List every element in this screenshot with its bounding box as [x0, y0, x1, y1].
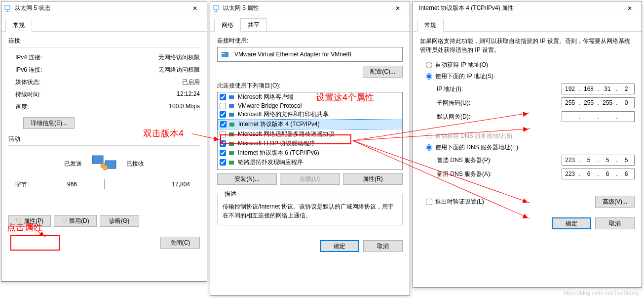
octet[interactable] — [581, 85, 597, 93]
status-dialog: 以太网 5 状态 ✕ 常规 连接 IPv4 连接:无网络访问权限 IPv6 连接… — [1, 1, 207, 282]
octet[interactable] — [618, 170, 634, 178]
dns1-label: 首选 DNS 服务器(P): — [437, 156, 562, 165]
item-label: 链路层拓扑发现响应程序 — [238, 158, 303, 167]
component-icon — [228, 94, 236, 101]
advanced-button[interactable]: 高级(V)... — [595, 196, 635, 208]
close-icon[interactable]: ✕ — [620, 1, 640, 15]
bytes-label: 字节: — [8, 180, 29, 189]
dns2-field[interactable]: ... — [562, 169, 635, 179]
octet[interactable] — [600, 170, 615, 178]
component-icon — [228, 111, 236, 118]
radio-auto-ip[interactable] — [426, 62, 432, 68]
octet[interactable] — [562, 170, 578, 178]
mask-field[interactable]: ... — [562, 97, 635, 108]
octet[interactable] — [618, 113, 634, 121]
component-icon — [228, 159, 236, 166]
svg-rect-11 — [223, 53, 225, 54]
octet[interactable] — [600, 99, 615, 107]
octet[interactable] — [581, 156, 597, 164]
speed-value: 100.0 Mbps — [169, 103, 200, 111]
titlebar: Internet 协议版本 4 (TCP/IPv4) 属性 ✕ — [413, 1, 642, 15]
properties-button[interactable]: 🛡属性(P) — [8, 215, 51, 227]
svg-rect-19 — [229, 161, 234, 165]
install-button[interactable]: 安装(N)... — [217, 173, 277, 185]
component-icon — [228, 121, 236, 128]
speed-label: 速度: — [15, 103, 29, 111]
tab-sharing[interactable]: 共享 — [240, 18, 267, 31]
adapter-box: VMware Virtual Ethernet Adapter for VMne… — [217, 47, 403, 62]
ok-button[interactable]: 确定 — [552, 217, 591, 229]
tab-general[interactable]: 常规 — [417, 19, 444, 32]
ok-button[interactable]: 确定 — [320, 240, 359, 252]
item-properties-button[interactable]: 属性(R) — [343, 173, 403, 185]
description-legend: 描述 — [223, 190, 238, 198]
close-icon[interactable]: ✕ — [185, 1, 205, 15]
uninstall-button[interactable]: 卸载(U) — [280, 173, 340, 185]
svg-rect-7 — [214, 5, 219, 9]
list-item[interactable]: Microsoft 网络适配器多路传送器协议 — [218, 129, 402, 139]
list-item[interactable]: Microsoft 网络的文件和打印机共享 — [218, 110, 402, 119]
item-checkbox[interactable] — [220, 150, 226, 156]
item-checkbox[interactable] — [220, 111, 226, 118]
list-item[interactable]: Internet 协议版本 4 (TCP/IPv4) — [218, 119, 402, 129]
item-checkbox[interactable] — [220, 94, 226, 100]
octet[interactable] — [562, 156, 578, 164]
octet[interactable] — [600, 85, 615, 93]
radio-manual-ip[interactable] — [426, 73, 432, 80]
configure-button[interactable]: 配置(C)... — [363, 66, 403, 78]
dns1-field[interactable]: ... — [562, 155, 635, 166]
item-checkbox[interactable] — [220, 131, 226, 137]
list-item[interactable]: VMware Bridge Protocol — [218, 102, 402, 110]
item-checkbox[interactable] — [220, 121, 227, 128]
cancel-button[interactable]: 取消 — [595, 217, 635, 229]
octet[interactable] — [618, 99, 634, 107]
section-connection: 连接 — [8, 37, 200, 45]
svg-point-6 — [103, 165, 108, 170]
recv-label: 已接收 — [121, 160, 200, 168]
list-item[interactable]: Internet 协议版本 6 (TCP/IPv6) — [218, 148, 402, 158]
list-item[interactable]: 链路层拓扑发现响应程序 — [218, 158, 402, 167]
item-checkbox[interactable] — [220, 103, 226, 109]
diagnose-button[interactable]: 诊断(G) — [100, 215, 139, 227]
details-button[interactable]: 详细信息(E)... — [23, 117, 75, 129]
octet[interactable] — [600, 156, 615, 164]
component-icon — [228, 150, 236, 157]
octet[interactable] — [618, 156, 634, 164]
item-label: Internet 协议版本 4 (TCP/IPv4) — [238, 120, 320, 128]
disable-button[interactable]: 🛡禁用(D) — [54, 215, 97, 227]
list-item[interactable]: Microsoft 网络客户端 — [218, 92, 402, 102]
svg-rect-13 — [229, 104, 234, 108]
close-button[interactable]: 关闭(C) — [160, 237, 200, 249]
svg-rect-10 — [222, 52, 228, 57]
duration-value: 12:12:24 — [177, 90, 200, 99]
tab-network[interactable]: 网络 — [214, 19, 241, 32]
components-listbox[interactable]: Microsoft 网络客户端VMware Bridge ProtocolMic… — [217, 92, 403, 170]
titlebar: 以太网 5 属性 ✕ — [210, 1, 410, 15]
octet[interactable] — [562, 85, 578, 93]
network-icon — [3, 4, 11, 12]
octet[interactable] — [562, 99, 578, 107]
gateway-field[interactable]: ... — [562, 111, 635, 122]
cancel-button[interactable]: 取消 — [363, 240, 403, 252]
octet[interactable] — [581, 99, 597, 107]
octet[interactable] — [581, 170, 597, 178]
octet[interactable] — [600, 113, 615, 121]
section-activity: 活动 — [8, 135, 200, 143]
validate-checkbox[interactable] — [426, 199, 432, 205]
octet[interactable] — [562, 113, 578, 121]
item-checkbox[interactable] — [220, 159, 226, 166]
ip-label: IP 地址(I): — [437, 85, 562, 93]
radio-manual-dns[interactable] — [426, 144, 432, 151]
list-item[interactable]: Microsoft LLDP 协议驱动程序 — [218, 139, 402, 148]
item-checkbox[interactable] — [220, 140, 226, 147]
ip-field[interactable]: ... — [562, 84, 635, 94]
tab-general[interactable]: 常规 — [5, 19, 32, 32]
ipv6-label: IPv6 连接: — [15, 66, 42, 74]
ipv4-label: IPv4 连接: — [15, 53, 42, 62]
component-icon — [228, 102, 236, 109]
octet[interactable] — [618, 85, 634, 93]
media-label: 媒体状态: — [15, 78, 40, 86]
svg-rect-18 — [229, 151, 234, 155]
octet[interactable] — [581, 113, 597, 121]
close-icon[interactable]: ✕ — [388, 1, 408, 15]
